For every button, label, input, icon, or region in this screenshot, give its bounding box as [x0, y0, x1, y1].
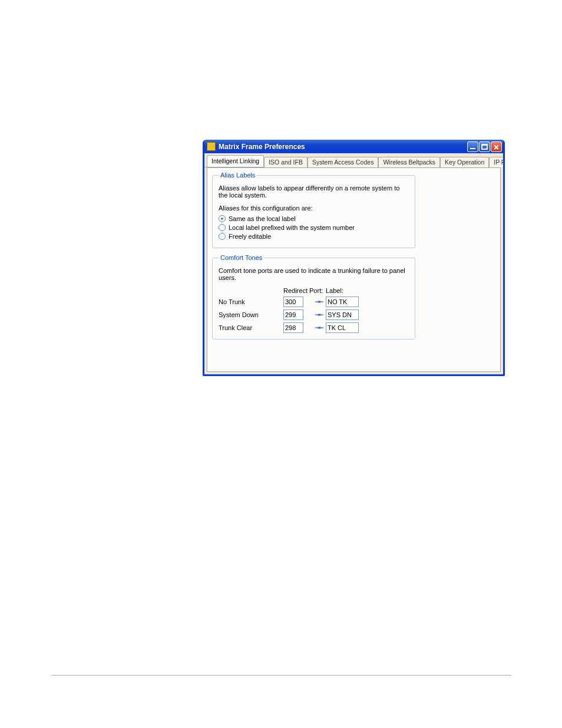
- trunk-clear-port-input[interactable]: [283, 322, 303, 333]
- tab-intelligent-linking[interactable]: Intelligent Linking: [207, 155, 264, 167]
- page-footer-rule: [51, 675, 511, 676]
- system-down-port-stepper[interactable]: [315, 314, 323, 315]
- alias-option-label: Same as the local label: [229, 215, 296, 222]
- no-trunk-port-stepper[interactable]: [315, 301, 323, 302]
- row-name-system-down: System Down: [219, 311, 283, 318]
- maximize-button[interactable]: [479, 141, 490, 152]
- app-icon: [207, 142, 216, 151]
- tab-iso-and-ifb[interactable]: ISO and IFB: [264, 157, 308, 167]
- tab-ip-panels[interactable]: IP Panels: [489, 157, 505, 167]
- alias-option-editable[interactable]: Freely editable: [219, 233, 409, 240]
- alias-option-same[interactable]: Same as the local label: [219, 215, 409, 222]
- tab-panel: Alias Labels Aliases allow labels to app…: [207, 167, 501, 372]
- radio-icon: [219, 215, 226, 222]
- titlebar[interactable]: Matrix Frame Preferences: [204, 140, 503, 153]
- label-header: Label:: [326, 287, 367, 294]
- alias-labels-group: Alias Labels Aliases allow labels to app…: [212, 172, 415, 248]
- alias-option-label: Freely editable: [229, 233, 271, 240]
- minimize-button[interactable]: [467, 141, 478, 152]
- trunk-clear-port-stepper[interactable]: [315, 327, 323, 328]
- comfort-description: Comfort tone ports are used to indicate …: [219, 267, 409, 281]
- alias-subheading: Aliases for this configuration are:: [219, 205, 409, 212]
- comfort-tones-group: Comfort Tones Comfort tone ports are use…: [212, 254, 415, 340]
- system-down-port-input[interactable]: [283, 309, 303, 320]
- tab-wireless-beltpacks[interactable]: Wireless Beltpacks: [378, 157, 440, 167]
- system-down-label-input[interactable]: [326, 309, 359, 320]
- row-name-no-trunk: No Trunk: [219, 298, 283, 305]
- trunk-clear-label-input[interactable]: [326, 322, 359, 333]
- comfort-tones-legend: Comfort Tones: [219, 254, 264, 261]
- tab-system-access-codes[interactable]: System Access Codes: [308, 157, 378, 167]
- tab-bar: Intelligent Linking ISO and IFB System A…: [204, 153, 503, 167]
- close-button[interactable]: [491, 141, 502, 152]
- radio-icon: [219, 224, 226, 231]
- redirect-port-header: Redirect Port:: [283, 287, 326, 294]
- alias-labels-legend: Alias Labels: [219, 172, 257, 179]
- radio-icon: [219, 233, 226, 240]
- window-title: Matrix Frame Preferences: [219, 143, 467, 151]
- window-controls: [467, 141, 502, 152]
- no-trunk-label-input[interactable]: [326, 297, 359, 307]
- alias-description: Aliases allow labels to appear different…: [219, 185, 409, 199]
- alias-option-prefixed[interactable]: Local label prefixed with the system num…: [219, 224, 409, 231]
- tab-key-operation[interactable]: Key Operation: [440, 157, 489, 167]
- alias-option-label: Local label prefixed with the system num…: [229, 224, 355, 231]
- row-name-trunk-clear: Trunk Clear: [219, 324, 283, 331]
- preferences-dialog: Matrix Frame Preferences Intelligent Lin…: [203, 140, 505, 376]
- no-trunk-port-input[interactable]: [283, 297, 303, 307]
